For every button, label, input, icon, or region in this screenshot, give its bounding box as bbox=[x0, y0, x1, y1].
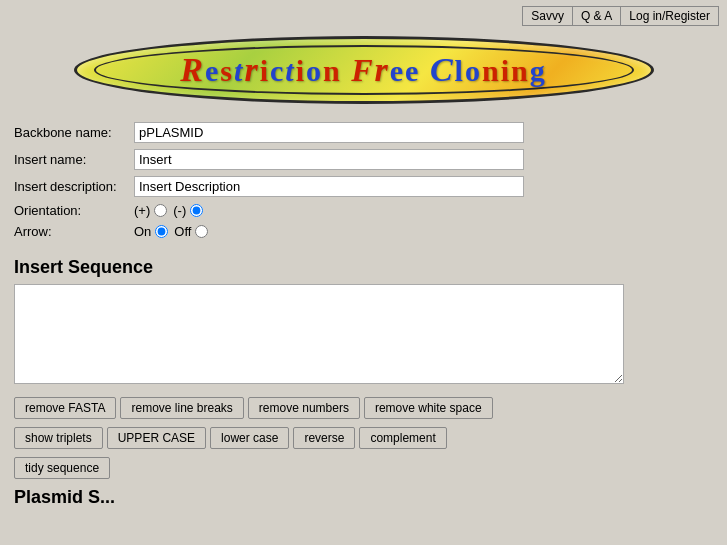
arrow-row: Arrow: On Off bbox=[14, 224, 713, 239]
login-button[interactable]: Log in/Register bbox=[620, 6, 719, 26]
button-row-1: remove FASTA remove line breaks remove n… bbox=[0, 391, 727, 421]
reverse-button[interactable]: reverse bbox=[293, 427, 355, 449]
insert-desc-input[interactable] bbox=[134, 176, 524, 197]
sequence-textarea[interactable] bbox=[14, 284, 624, 384]
button-row-2: show triplets UPPER CASE lower case reve… bbox=[0, 421, 727, 451]
show-triplets-button[interactable]: show triplets bbox=[14, 427, 103, 449]
backbone-row: Backbone name: bbox=[14, 122, 713, 143]
upper-case-button[interactable]: UPPER CASE bbox=[107, 427, 206, 449]
lower-case-button[interactable]: lower case bbox=[210, 427, 289, 449]
minus-label: (-) bbox=[173, 203, 186, 218]
backbone-label: Backbone name: bbox=[14, 125, 134, 140]
orientation-row: Orientation: (+) (-) bbox=[14, 203, 713, 218]
remove-fasta-button[interactable]: remove FASTA bbox=[14, 397, 116, 419]
backbone-input[interactable] bbox=[134, 122, 524, 143]
logo-oval: Restriction Free Cloning bbox=[74, 36, 654, 104]
qa-button[interactable]: Q & A bbox=[572, 6, 620, 26]
savvy-button[interactable]: Savvy bbox=[522, 6, 572, 26]
orientation-plus-radio[interactable] bbox=[154, 204, 167, 217]
form-section: Backbone name: Insert name: Insert descr… bbox=[0, 118, 727, 251]
plus-label: (+) bbox=[134, 203, 150, 218]
arrow-group: On Off bbox=[134, 224, 210, 239]
top-nav: Savvy Q & A Log in/Register bbox=[0, 0, 727, 30]
arrow-off-label: Off bbox=[174, 224, 191, 239]
orientation-group: (+) (-) bbox=[134, 203, 205, 218]
logo-text: Restriction Free Cloning bbox=[180, 51, 546, 89]
logo-container: Restriction Free Cloning bbox=[0, 30, 727, 118]
insert-sequence-title: Insert Sequence bbox=[14, 257, 713, 278]
remove-numbers-button[interactable]: remove numbers bbox=[248, 397, 360, 419]
arrow-on-radio[interactable] bbox=[155, 225, 168, 238]
tidy-sequence-button[interactable]: tidy sequence bbox=[14, 457, 110, 479]
button-row-3: tidy sequence bbox=[0, 451, 727, 481]
orientation-label: Orientation: bbox=[14, 203, 134, 218]
insert-name-row: Insert name: bbox=[14, 149, 713, 170]
bottom-section: Plasmid S... bbox=[0, 481, 727, 508]
insert-desc-label: Insert description: bbox=[14, 179, 134, 194]
arrow-off-radio[interactable] bbox=[195, 225, 208, 238]
insert-name-label: Insert name: bbox=[14, 152, 134, 167]
plasmid-title: Plasmid S... bbox=[14, 487, 713, 508]
insert-sequence-section: Insert Sequence bbox=[0, 251, 727, 391]
insert-name-input[interactable] bbox=[134, 149, 524, 170]
insert-desc-row: Insert description: bbox=[14, 176, 713, 197]
remove-line-breaks-button[interactable]: remove line breaks bbox=[120, 397, 243, 419]
complement-button[interactable]: complement bbox=[359, 427, 446, 449]
arrow-on-label: On bbox=[134, 224, 151, 239]
remove-white-space-button[interactable]: remove white space bbox=[364, 397, 493, 419]
orientation-minus-radio[interactable] bbox=[190, 204, 203, 217]
arrow-label: Arrow: bbox=[14, 224, 134, 239]
